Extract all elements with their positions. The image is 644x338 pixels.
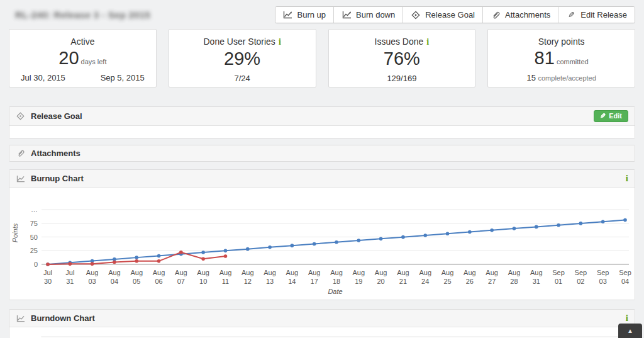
svg-text:07: 07 (177, 278, 185, 285)
svg-text:19: 19 (355, 278, 362, 285)
pencil-icon: ✎ (566, 11, 576, 20)
svg-text:Aug: Aug (286, 269, 299, 276)
paperclip-icon (491, 11, 501, 20)
svg-text:10: 10 (199, 278, 207, 285)
svg-text:Aug: Aug (397, 269, 409, 276)
svg-text:Aug: Aug (330, 269, 343, 276)
svg-text:50: 50 (30, 234, 38, 241)
info-icon[interactable]: i (426, 37, 429, 47)
section-title: Burndown Chart (31, 313, 95, 323)
svg-text:17: 17 (311, 278, 318, 285)
svg-text:30: 30 (44, 278, 52, 285)
burn-down-button[interactable]: Burn down (333, 7, 402, 23)
card-active: Active 20days left Jul 30, 2015 Sep 5, 2… (9, 29, 157, 87)
burndown-chart-header: Burndown Chart i (9, 310, 635, 327)
svg-text:04: 04 (621, 278, 629, 285)
burn-up-button[interactable]: Burn up (275, 7, 334, 23)
burndown-chart-panel: Burndown Chart i … (9, 309, 635, 338)
burnup-chart-panel: Burnup Chart i 0255075…PointsJul30Jul31A… (9, 169, 635, 300)
svg-text:Aug: Aug (264, 269, 276, 276)
info-icon[interactable]: i (626, 173, 628, 184)
svg-text:24: 24 (421, 278, 429, 285)
card-value: 20days left (18, 48, 147, 69)
svg-text:26: 26 (466, 278, 474, 285)
svg-text:Jul: Jul (43, 269, 52, 276)
svg-text:27: 27 (488, 278, 496, 285)
burndown-chart: … (9, 327, 635, 338)
svg-text:Aug: Aug (375, 269, 387, 276)
card-ratio: 7/24 (178, 74, 307, 83)
svg-text:31: 31 (66, 278, 74, 285)
svg-text:28: 28 (510, 278, 518, 285)
card-issues-done: Issues Donei 76% 129/169 (328, 29, 476, 87)
svg-text:Aug: Aug (242, 269, 254, 276)
card-value: 29% (178, 48, 307, 69)
chart-line-icon (283, 11, 293, 20)
burnup-chart-header: Burnup Chart i (9, 170, 635, 187)
svg-text:Aug: Aug (86, 269, 99, 276)
svg-text:Aug: Aug (508, 269, 521, 276)
goal-diamond-icon (16, 112, 25, 121)
svg-text:Aug: Aug (464, 269, 476, 276)
svg-text:21: 21 (399, 278, 407, 285)
svg-text:14: 14 (288, 278, 296, 285)
svg-text:Aug: Aug (153, 269, 165, 276)
svg-text:Aug: Aug (308, 269, 321, 276)
section-title: Release Goal (31, 111, 82, 121)
button-label: Release Goal (425, 10, 475, 20)
info-icon[interactable]: i (279, 37, 281, 47)
svg-text:06: 06 (155, 278, 162, 285)
card-title: Story points (497, 37, 626, 47)
button-label: Burn up (297, 10, 326, 20)
edit-release-button[interactable]: ✎ Edit Release (558, 7, 635, 23)
svg-text:…: … (31, 206, 38, 213)
page-title: RL-240: Release 3 - Sep 2015 (15, 9, 150, 20)
chart-line-icon (16, 174, 25, 183)
svg-text:31: 31 (533, 278, 540, 285)
svg-text:12: 12 (244, 278, 252, 285)
attachments-panel: Attachments (9, 145, 635, 162)
svg-text:Sep: Sep (597, 269, 609, 276)
svg-text:Aug: Aug (130, 269, 143, 276)
card-done-user-stories: Done User Storiesi 29% 7/24 (169, 29, 316, 87)
button-label: Edit Release (580, 10, 627, 20)
svg-text:Aug: Aug (530, 269, 543, 276)
top-bar: RL-240: Release 3 - Sep 2015 Burn up Bur… (0, 0, 644, 29)
section-title: Attachments (31, 149, 80, 158)
svg-text:20: 20 (377, 278, 384, 285)
release-goal-header: Release Goal ✎ Edit (9, 107, 635, 125)
card-title: Issues Donei (338, 37, 467, 47)
card-story-points: Story points 81committed 15 complete/acc… (487, 29, 635, 87)
burnup-chart-body: 0255075…PointsJul30Jul31Aug03Aug04Aug05A… (9, 187, 635, 300)
svg-text:05: 05 (133, 278, 140, 285)
goal-diamond-icon (411, 11, 421, 20)
svg-text:11: 11 (222, 278, 229, 285)
card-title: Active (18, 37, 147, 47)
svg-text:75: 75 (30, 220, 38, 227)
svg-text:Aug: Aug (419, 269, 431, 276)
svg-text:03: 03 (599, 278, 607, 285)
svg-text:Aug: Aug (197, 269, 209, 276)
svg-text:Jul: Jul (65, 269, 74, 276)
toolbar: Burn up Burn down Release Goal Attachmen… (275, 6, 635, 23)
svg-text:01: 01 (555, 278, 562, 285)
attachments-header: Attachments (9, 145, 635, 161)
svg-text:Date: Date (328, 288, 342, 295)
paperclip-icon (16, 149, 25, 158)
svg-text:0: 0 (34, 261, 38, 268)
svg-text:13: 13 (266, 278, 274, 285)
svg-text:Sep: Sep (575, 269, 587, 276)
attachments-button[interactable]: Attachments (482, 7, 558, 23)
release-goal-button[interactable]: Release Goal (402, 7, 482, 23)
info-icon[interactable]: i (626, 313, 628, 324)
section-title: Burnup Chart (31, 174, 84, 183)
card-ratio: 129/169 (338, 74, 467, 83)
svg-text:02: 02 (577, 278, 584, 285)
svg-text:25: 25 (443, 278, 451, 285)
edit-goal-button[interactable]: ✎ Edit (594, 110, 628, 122)
stat-cards-row: Active 20days left Jul 30, 2015 Sep 5, 2… (0, 29, 644, 87)
burndown-chart-body: … (9, 327, 635, 338)
scroll-to-top-button[interactable]: ▲ (618, 324, 642, 338)
button-label: Attachments (505, 10, 550, 20)
start-date: Jul 30, 2015 (21, 73, 65, 82)
